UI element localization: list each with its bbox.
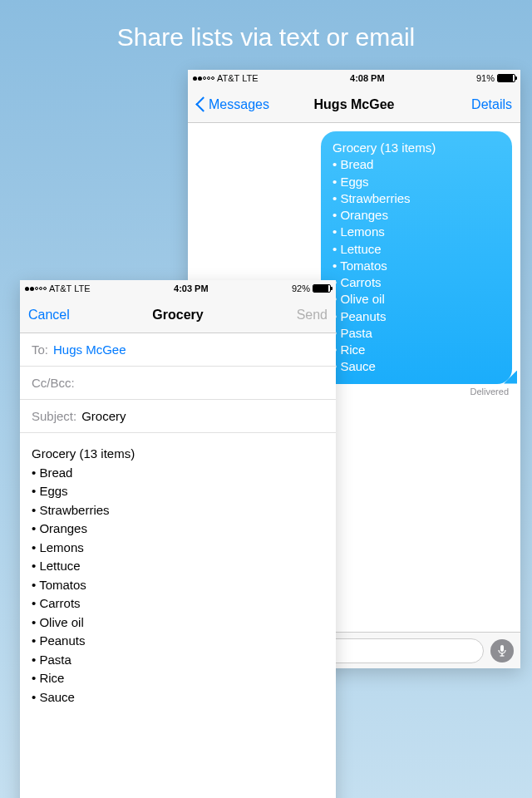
carrier-label: AT&T <box>49 283 71 293</box>
status-right: 91% <box>476 73 515 83</box>
battery-percent: 92% <box>292 283 310 293</box>
cancel-button[interactable]: Cancel <box>28 308 103 323</box>
to-recipient: Hugs McGee <box>53 342 126 357</box>
conversation-title: Hugs McGee <box>314 97 395 112</box>
cc-bcc-label: Cc/Bcc: <box>32 376 75 390</box>
microphone-icon[interactable] <box>490 639 514 663</box>
email-fields: To: Hugs McGee Cc/Bcc: Subject: Grocery <box>20 333 336 433</box>
back-button[interactable]: Messages <box>196 97 271 112</box>
nav-bar: Cancel Grocery Send <box>20 297 336 333</box>
battery-icon <box>497 74 515 82</box>
carrier-label: AT&T <box>217 73 239 83</box>
status-time: 4:08 PM <box>350 73 385 83</box>
svg-rect-0 <box>500 645 504 652</box>
cc-bcc-field[interactable]: Cc/Bcc: <box>20 367 336 400</box>
status-left: AT&T LTE <box>193 73 259 83</box>
network-label: LTE <box>74 283 90 293</box>
battery-icon <box>313 284 331 293</box>
email-phone: AT&T LTE 4:03 PM 92% Cancel Grocery Send… <box>20 280 336 798</box>
details-button[interactable]: Details <box>437 97 512 112</box>
chevron-left-icon <box>196 97 205 112</box>
hero-title: Share lists via text or email <box>0 0 532 52</box>
network-label: LTE <box>242 73 258 83</box>
subject-value: Grocery <box>81 409 126 423</box>
sent-message-bubble[interactable]: Grocery (13 items) • Bread • Eggs • Stra… <box>321 131 512 384</box>
nav-bar: Messages Hugs McGee Details <box>188 86 520 123</box>
status-left: AT&T LTE <box>25 283 91 293</box>
status-bar: AT&T LTE 4:08 PM 91% <box>188 70 520 86</box>
subject-field[interactable]: Subject: Grocery <box>20 400 336 433</box>
to-label: To: <box>32 342 48 357</box>
status-time: 4:03 PM <box>174 283 209 293</box>
status-bar: AT&T LTE 4:03 PM 92% <box>20 280 336 297</box>
status-right: 92% <box>292 283 331 293</box>
to-field[interactable]: To: Hugs McGee <box>20 333 336 367</box>
battery-percent: 91% <box>476 73 495 83</box>
back-label: Messages <box>209 97 269 112</box>
signal-dots-icon <box>25 287 47 291</box>
send-button[interactable]: Send <box>253 308 328 323</box>
compose-title: Grocery <box>152 308 203 323</box>
signal-dots-icon <box>193 76 214 81</box>
email-body[interactable]: Grocery (13 items) • Bread • Eggs • Stra… <box>20 433 336 718</box>
subject-label: Subject: <box>32 409 76 423</box>
